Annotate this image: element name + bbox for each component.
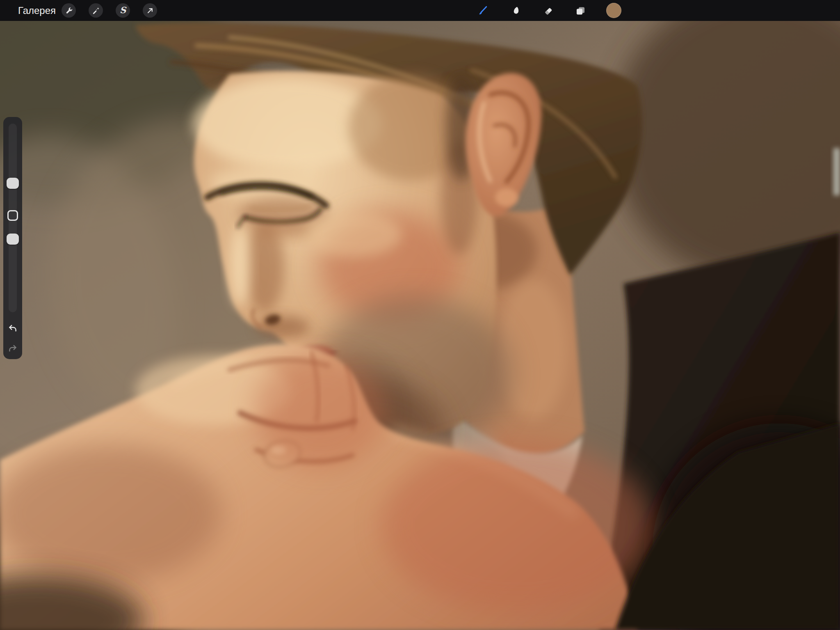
smudge-tool-button[interactable]	[509, 4, 522, 17]
undo-button[interactable]	[7, 323, 18, 334]
adjustments-button[interactable]	[89, 3, 103, 18]
paint-tool-button[interactable]	[476, 4, 489, 17]
magic-wand-icon	[92, 7, 100, 15]
selection-s-icon: S	[120, 5, 126, 15]
painting-svg	[0, 21, 840, 630]
procreate-window: Галерея S	[0, 0, 840, 630]
layers-button[interactable]	[574, 4, 587, 17]
modify-button[interactable]	[7, 210, 18, 221]
wrench-icon	[65, 7, 73, 15]
actions-button[interactable]	[62, 3, 76, 18]
brush-size-slider-knob[interactable]	[7, 178, 19, 189]
transform-button[interactable]	[143, 3, 157, 18]
gallery-button[interactable]: Галерея	[18, 0, 56, 21]
sidebar-tool-panel	[3, 117, 22, 359]
redo-icon	[7, 344, 18, 354]
top-toolbar: Галерея S	[0, 0, 840, 21]
transform-arrow-icon	[146, 7, 154, 15]
eraser-icon	[543, 5, 554, 16]
smudge-finger-icon	[510, 5, 521, 16]
paintbrush-icon	[477, 5, 488, 16]
selection-button[interactable]: S	[116, 3, 130, 18]
layers-icon	[575, 5, 586, 16]
undo-icon	[7, 323, 18, 334]
opacity-slider-knob[interactable]	[7, 234, 19, 245]
eraser-tool-button[interactable]	[542, 4, 555, 17]
redo-button[interactable]	[7, 343, 18, 355]
canvas-artwork[interactable]	[0, 21, 840, 630]
color-swatch-button[interactable]	[606, 3, 621, 18]
